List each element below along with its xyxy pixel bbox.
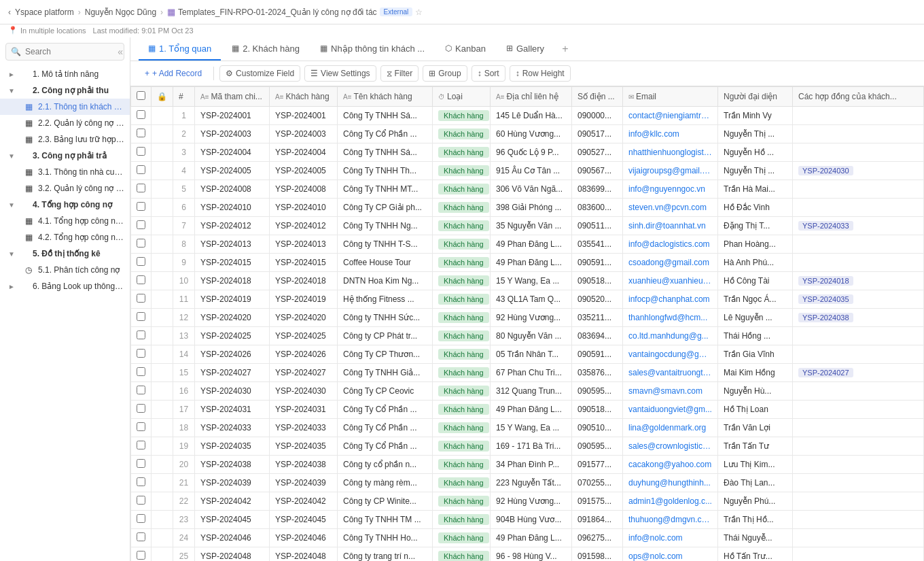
row-checkbox-19[interactable] xyxy=(131,437,152,456)
row-email-23[interactable]: thuhuong@dmgvn.com xyxy=(623,511,718,529)
sidebar-item-s2-3[interactable]: ▦ 2.3. Bảng lưu trữ hợp đ... xyxy=(0,131,130,148)
row-email-7[interactable]: sinh.dir@toannhat.vn xyxy=(623,217,718,235)
sidebar-item-s4[interactable]: ▼ 4. Tổng hợp công nợ xyxy=(0,197,130,213)
row-checkbox-11[interactable] xyxy=(131,290,152,309)
col-kh[interactable]: A≡Khách hàng xyxy=(270,87,338,107)
row-email-14[interactable]: vantaingocdung@gm... xyxy=(623,345,718,364)
add-record-button[interactable]: + + Add Record xyxy=(139,65,208,82)
hop-badge[interactable]: YSP-2024030 xyxy=(798,166,853,175)
hop-badge[interactable]: YSP-2024033 xyxy=(798,221,853,231)
row-checkbox-6[interactable] xyxy=(131,199,152,217)
hop-badge[interactable]: YSP-2024035 xyxy=(798,294,853,304)
table-row[interactable]: 1 YSP-2024001 YSP-2024001 Công Ty TNHH S… xyxy=(131,107,924,125)
row-checkbox-5[interactable] xyxy=(131,180,152,199)
row-email-17[interactable]: vantaiduongviet@gm... xyxy=(623,401,718,419)
table-row[interactable]: 5 YSP-2024008 YSP-2024008 Công Ty TNHH M… xyxy=(131,180,924,199)
row-checkbox-7[interactable] xyxy=(131,217,152,235)
table-row[interactable]: 18 YSP-2024033 YSP-2024033 Công Ty Cổ Ph… xyxy=(131,419,924,437)
table-row[interactable]: 24 YSP-2024046 YSP-2024046 Công Ty TNHH … xyxy=(131,529,924,547)
row-checkbox-18[interactable] xyxy=(131,419,152,437)
sidebar-item-s4-1[interactable]: ▦ 4.1. Tổng hợp công nợ... xyxy=(0,213,130,229)
table-row[interactable]: 15 YSP-2024027 YSP-2024027 Công Ty TNHH … xyxy=(131,364,924,382)
sidebar-item-s1[interactable]: ► 1. Mô tả tính năng xyxy=(0,66,130,82)
row-checkbox-14[interactable] xyxy=(131,345,152,364)
row-email-9[interactable]: csoadong@gmail.com xyxy=(623,254,718,272)
breadcrumb-platform[interactable]: Yspace platform xyxy=(15,7,74,17)
table-row[interactable]: 12 YSP-2024020 YSP-2024020 Công ty TNHH … xyxy=(131,309,924,327)
tab-add-button[interactable]: + xyxy=(555,37,575,61)
row-email-6[interactable]: steven.vn@pcvn.com xyxy=(623,199,718,217)
select-all-checkbox[interactable] xyxy=(137,91,145,100)
sidebar-item-s3[interactable]: ▼ 3. Công nợ phải trả xyxy=(0,148,130,164)
view-settings-button[interactable]: ☰ View Settings xyxy=(304,65,376,82)
row-checkbox-12[interactable] xyxy=(131,309,152,327)
col-hop[interactable]: Các hợp đồng của khách... xyxy=(793,87,924,107)
row-email-2[interactable]: info@kllc.com xyxy=(623,125,718,143)
row-email-21[interactable]: duyhung@hungthinh... xyxy=(623,474,718,492)
table-row[interactable]: 21 YSP-2024039 YSP-2024039 Công ty màng … xyxy=(131,474,924,492)
row-email-24[interactable]: info@nolc.com xyxy=(623,529,718,547)
table-row[interactable]: 6 YSP-2024010 YSP-2024010 Công Ty CP Giả… xyxy=(131,199,924,217)
sidebar-item-s5-1[interactable]: ◷ 5.1. Phân tích công nợ xyxy=(0,262,130,278)
table-row[interactable]: 4 YSP-2024005 YSP-2024005 Công Ty TNHH T… xyxy=(131,162,924,180)
row-email-13[interactable]: co.ltd.manhdung@g... xyxy=(623,327,718,345)
row-email-18[interactable]: lina@goldenmark.org xyxy=(623,419,718,437)
row-checkbox-20[interactable] xyxy=(131,456,152,474)
table-row[interactable]: 7 YSP-2024012 YSP-2024012 Công Ty TNHH N… xyxy=(131,217,924,235)
col-loai[interactable]: ⏱Loại xyxy=(433,87,491,107)
breadcrumb-user[interactable]: Nguyễn Ngọc Dũng xyxy=(85,7,156,17)
sidebar-item-s6[interactable]: ► 6. Bảng Look up thông tin xyxy=(0,278,130,294)
tab-nhap-thong-tin[interactable]: ▦ Nhập thông tin khách ... xyxy=(310,38,434,61)
sidebar-item-s2-2[interactable]: ▦ 2.2. Quản lý công nợ p... xyxy=(0,115,130,131)
row-checkbox-25[interactable] xyxy=(131,547,152,562)
row-email-15[interactable]: sales@vantaitruongth... xyxy=(623,364,718,382)
sidebar-item-s3-1[interactable]: ▦ 3.1. Thông tin nhà cun... xyxy=(0,164,130,180)
row-checkbox-17[interactable] xyxy=(131,401,152,419)
row-email-16[interactable]: smavn@smavn.com xyxy=(623,382,718,401)
sidebar-collapse-button[interactable]: « xyxy=(118,46,123,57)
table-row[interactable]: 23 YSP-2024045 YSP-2024045 Công Ty TNHH … xyxy=(131,511,924,529)
sidebar-item-s5[interactable]: ▼ 5. Đồ thị thống kê xyxy=(0,245,130,262)
table-row[interactable]: 8 YSP-2024013 YSP-2024013 Công ty TNHH T… xyxy=(131,235,924,254)
row-checkbox-21[interactable] xyxy=(131,474,152,492)
search-input[interactable] xyxy=(5,43,124,61)
row-checkbox-16[interactable] xyxy=(131,382,152,401)
row-checkbox-10[interactable] xyxy=(131,272,152,290)
row-email-3[interactable]: nhatthienhuonglogisti... xyxy=(623,143,718,162)
row-checkbox-22[interactable] xyxy=(131,492,152,511)
row-email-25[interactable]: ops@nolc.com xyxy=(623,547,718,562)
row-checkbox-2[interactable] xyxy=(131,125,152,143)
row-height-button[interactable]: ↕ Row Height xyxy=(510,65,571,82)
table-row[interactable]: 2 YSP-2024003 YSP-2024003 Công Ty Cổ Phầ… xyxy=(131,125,924,143)
col-dai[interactable]: Người đại diện xyxy=(718,87,793,107)
col-ten[interactable]: A≡Tên khách hàng xyxy=(338,87,433,107)
table-row[interactable]: 16 YSP-2024030 YSP-2024030 Công Ty CP Ce… xyxy=(131,382,924,401)
sidebar-item-s3-2[interactable]: ▦ 3.2. Quản lý công nợ p... xyxy=(0,180,130,197)
row-email-1[interactable]: contact@niengiamtra... xyxy=(623,107,718,125)
row-email-8[interactable]: info@daclogistics.com xyxy=(623,235,718,254)
filter-button[interactable]: ⧖ Filter xyxy=(380,65,419,82)
table-row[interactable]: 25 YSP-2024048 YSP-2024048 Công ty trang… xyxy=(131,547,924,562)
row-checkbox-23[interactable] xyxy=(131,511,152,529)
hop-badge[interactable]: YSP-2024027 xyxy=(798,368,853,377)
row-email-20[interactable]: cacakong@yahoo.com xyxy=(623,456,718,474)
row-email-22[interactable]: admin1@goldenlog.c... xyxy=(623,492,718,511)
tab-tong-quan[interactable]: ▦ 1. Tổng quan xyxy=(139,38,221,61)
col-ma[interactable]: A≡Mã tham chi... xyxy=(195,87,270,107)
row-email-10[interactable]: xuanhieu@xuanhieug... xyxy=(623,272,718,290)
row-email-12[interactable]: thanhlongfwd@hcm... xyxy=(623,309,718,327)
hop-badge[interactable]: YSP-2024018 xyxy=(798,276,853,286)
star-icon[interactable]: ☆ xyxy=(415,7,423,17)
tab-khach-hang[interactable]: ▦ 2. Khách hàng xyxy=(222,38,309,61)
row-checkbox-1[interactable] xyxy=(131,107,152,125)
col-email[interactable]: ✉Email xyxy=(623,87,718,107)
tab-kanban[interactable]: ⬡ Kanban xyxy=(436,38,495,61)
row-checkbox-4[interactable] xyxy=(131,162,152,180)
row-checkbox-15[interactable] xyxy=(131,364,152,382)
row-email-19[interactable]: sales@crownlogistics... xyxy=(623,437,718,456)
row-checkbox-13[interactable] xyxy=(131,327,152,345)
col-sdt[interactable]: Số điện ... xyxy=(572,87,623,107)
sort-button[interactable]: ↕ Sort xyxy=(472,65,505,82)
row-checkbox-9[interactable] xyxy=(131,254,152,272)
table-row[interactable]: 22 YSP-2024042 YSP-2024042 Công ty CP Wi… xyxy=(131,492,924,511)
